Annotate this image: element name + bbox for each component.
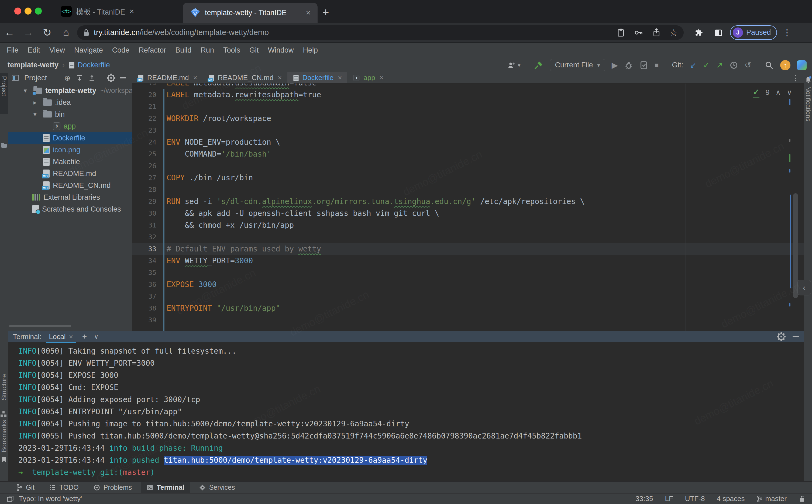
terminal-minimize-icon[interactable] — [793, 336, 799, 337]
menu-item-edit[interactable]: Edit — [23, 46, 45, 54]
tab-close-icon[interactable]: × — [193, 74, 197, 82]
stripe-tab-bookmarks[interactable]: Bookmarks — [0, 420, 8, 452]
tab-close-icon[interactable]: × — [129, 7, 134, 16]
chevron-down-icon[interactable]: ▾ — [24, 87, 30, 94]
build-hammer-icon[interactable] — [534, 60, 543, 70]
error-stripe-mark[interactable] — [789, 99, 790, 105]
home-icon[interactable]: ⌂ — [57, 27, 75, 38]
menu-item-navigate[interactable]: Navigate — [70, 46, 108, 54]
browser-tab-active[interactable]: template-wetty - TitanIDE × — [183, 3, 318, 23]
file-encoding[interactable]: UTF-8 — [685, 495, 705, 503]
tree-item-readme_cn.md[interactable]: README_CN.md — [8, 179, 132, 191]
forward-icon[interactable]: → — [19, 27, 38, 38]
git-branch-widget[interactable]: master — [757, 495, 787, 503]
menu-item-refactor[interactable]: Refactor — [134, 46, 171, 54]
folder-icon[interactable] — [1, 144, 7, 148]
new-tab-button[interactable]: + — [322, 6, 329, 19]
editor-body[interactable]: 19LABEL metadata.usesubdomain=false20LAB… — [132, 84, 804, 331]
run-icon[interactable]: ▶ — [612, 60, 618, 70]
bookmark-star-icon[interactable]: ☆ — [670, 27, 678, 38]
tab-close-icon[interactable]: × — [69, 333, 73, 341]
bookmark-icon[interactable] — [2, 457, 6, 462]
structure-icon[interactable] — [2, 411, 5, 413]
caret-position[interactable]: 33:35 — [635, 495, 653, 503]
back-icon[interactable]: ← — [0, 27, 19, 38]
toolwindow-problems[interactable]: Problems — [88, 482, 137, 493]
indent-setting[interactable]: 4 spaces — [717, 495, 745, 503]
editor-tab-readme.md[interactable]: README.md× — [132, 72, 203, 83]
stripe-tab-project[interactable]: Project — [0, 76, 8, 96]
titanide-logo-icon[interactable] — [797, 60, 807, 70]
stacked-windows-icon[interactable] — [6, 495, 14, 503]
menu-item-view[interactable]: View — [45, 46, 70, 54]
git-update-icon[interactable]: ↙ — [690, 60, 696, 70]
terminal-tab-local[interactable]: Local × — [49, 333, 73, 341]
git-commit-check-icon[interactable]: ✓ — [703, 60, 710, 70]
side-panel-icon[interactable] — [714, 28, 723, 37]
locate-file-icon[interactable]: ⊕ — [64, 74, 70, 82]
git-push-icon[interactable]: ↗ — [716, 60, 723, 70]
ide-update-icon[interactable]: ↑ — [780, 60, 790, 70]
extensions-puzzle-icon[interactable] — [694, 28, 704, 37]
line-ending[interactable]: LF — [665, 495, 673, 503]
error-stripe-mark[interactable] — [789, 169, 790, 172]
tree-item-.idea[interactable]: ▸.idea — [8, 96, 132, 108]
gear-icon[interactable] — [108, 75, 114, 81]
horizontal-scrollbar[interactable] — [9, 325, 71, 327]
stripe-tab-notifications[interactable]: Notifications — [804, 86, 812, 122]
editor-tabs-more-icon[interactable]: ⋮ — [787, 73, 804, 82]
next-problem-icon[interactable]: ∨ — [787, 88, 792, 97]
tab-close-icon[interactable]: × — [380, 74, 384, 82]
chevron-down-icon[interactable]: ▾ — [33, 111, 40, 118]
editor-tab-dockerfile[interactable]: Dockerfile× — [287, 72, 347, 83]
menu-item-code[interactable]: Code — [108, 46, 134, 54]
address-bar[interactable]: try.titanide.cn/ide/web/coding/template-… — [77, 25, 684, 40]
tab-close-icon[interactable]: × — [278, 74, 282, 82]
toolwindow-services[interactable]: Services — [194, 482, 240, 493]
run-with-coverage-icon[interactable] — [639, 61, 648, 70]
history-clock-icon[interactable] — [730, 61, 738, 70]
profile-paused-badge[interactable]: J Paused — [730, 25, 777, 40]
rollback-icon[interactable]: ↺ — [745, 60, 751, 70]
breadcrumb-file[interactable]: Dockerfile — [78, 61, 110, 69]
menu-item-help[interactable]: Help — [298, 46, 322, 54]
notification-bell-icon[interactable] — [805, 76, 812, 84]
error-stripe-mark[interactable] — [789, 154, 790, 162]
editor-tab-app[interactable]: app× — [347, 72, 389, 83]
run-configuration-select[interactable]: Current File ▾ — [550, 59, 605, 71]
reload-icon[interactable]: ↻ — [38, 27, 57, 39]
prev-problem-icon[interactable]: ∧ — [775, 88, 781, 97]
menu-item-git[interactable]: Git — [245, 46, 263, 54]
error-stripe-mark[interactable] — [789, 303, 790, 306]
tree-item-template-wetty[interactable]: ▾template-wetty ~/workspace — [8, 85, 132, 96]
tree-item-bin[interactable]: ▾bin — [8, 108, 132, 120]
menu-item-tools[interactable]: Tools — [219, 46, 245, 54]
inspections-widget[interactable]: ✓ 9 ∧ ∨ — [753, 87, 792, 98]
tree-item-app[interactable]: app — [8, 120, 132, 132]
menu-item-build[interactable]: Build — [171, 46, 196, 54]
macos-close-button[interactable] — [14, 8, 21, 15]
toolwindow-terminal[interactable]: Terminal — [141, 482, 190, 493]
tree-item-external-libraries[interactable]: External Libraries — [8, 191, 132, 203]
share-icon[interactable] — [652, 28, 660, 37]
password-key-icon[interactable] — [634, 29, 643, 37]
lock-open-icon[interactable] — [799, 495, 806, 503]
error-stripe-mark[interactable] — [789, 139, 790, 142]
menu-item-window[interactable]: Window — [263, 46, 298, 54]
search-everywhere-icon[interactable] — [765, 61, 774, 70]
stripe-tab-structure[interactable]: Structure — [0, 374, 8, 400]
terminal-dropdown-icon[interactable]: ∨ — [94, 333, 99, 340]
new-terminal-icon[interactable]: + — [82, 332, 87, 341]
menu-item-file[interactable]: File — [2, 46, 23, 54]
code-with-me-icon[interactable]: ▾ — [507, 61, 520, 69]
macos-minimize-button[interactable] — [25, 8, 32, 15]
hide-panel-icon[interactable] — [120, 77, 126, 78]
toolwindow-todo[interactable]: TODO — [44, 482, 84, 493]
macos-zoom-button[interactable] — [35, 8, 42, 15]
stop-icon[interactable]: ■ — [655, 61, 659, 69]
collapse-all-icon[interactable] — [88, 74, 95, 81]
tab-close-icon[interactable]: × — [338, 74, 342, 82]
project-panel-title[interactable]: Project — [24, 74, 47, 82]
browser-tab-inactive[interactable]: <t> 模板 - TitanIDE × — [54, 0, 141, 23]
toolwindow-git[interactable]: Git — [11, 482, 40, 493]
